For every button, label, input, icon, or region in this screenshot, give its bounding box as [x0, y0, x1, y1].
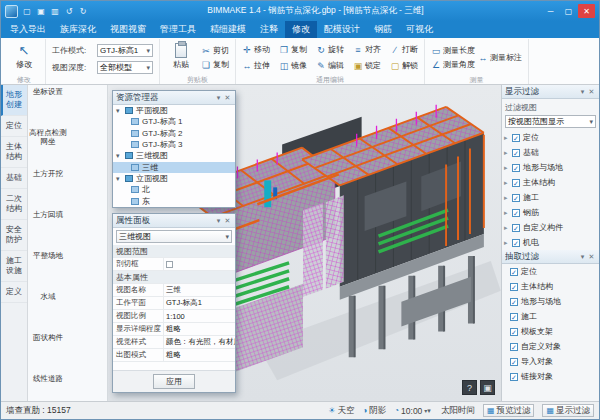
section-box-checkbox[interactable]	[166, 261, 173, 268]
viewport-3d[interactable]: 资源管理器 平面视图 GTJ-标高 1	[108, 85, 501, 401]
expand-icon[interactable]	[504, 239, 512, 247]
view-depth-select[interactable]: 全部模型	[97, 61, 153, 74]
ribbon-tab[interactable]: 配模设计	[317, 21, 367, 38]
extract-filter-item[interactable]: 主体结构	[502, 279, 599, 294]
copy-button[interactable]: 复制	[279, 42, 307, 58]
elevation-point-button[interactable]: 高程点检测网坐	[28, 129, 68, 170]
tree-node[interactable]: 北	[113, 184, 235, 195]
close-icon[interactable]	[587, 88, 596, 96]
checkbox-checked[interactable]	[510, 268, 518, 276]
close-icon[interactable]	[223, 217, 232, 225]
property-row[interactable]: 工作平面 GTJ-标高1	[113, 297, 235, 310]
pin-icon[interactable]	[578, 253, 587, 261]
property-row[interactable]: 视图比例 1:100	[113, 310, 235, 323]
new-file-icon[interactable]	[21, 5, 33, 17]
tree-node[interactable]: 三维视图	[113, 150, 235, 161]
close-button[interactable]: ✕	[578, 4, 595, 18]
expand-icon[interactable]	[504, 134, 512, 142]
coordinate-setting-button[interactable]: 坐标设置	[28, 88, 68, 129]
expand-icon[interactable]	[504, 149, 512, 157]
level-site-button[interactable]: 平整场地	[28, 252, 68, 293]
collapse-icon[interactable]	[116, 107, 124, 115]
property-row[interactable]: 视图名称 三维	[113, 284, 235, 297]
earth-backfill-button[interactable]: 土方回填	[28, 211, 68, 252]
display-filter-item[interactable]: 施工	[502, 190, 599, 205]
view-type-select[interactable]: 三维视图	[116, 230, 232, 243]
checkbox-checked[interactable]	[510, 298, 518, 306]
shadow-toggle[interactable]: ◑ 阴影 ▾	[362, 405, 386, 417]
display-filter-item[interactable]: 定位	[502, 130, 599, 145]
checkbox-checked[interactable]	[510, 328, 518, 336]
unlock-button[interactable]: 解锁	[390, 58, 418, 74]
display-filter-item[interactable]: 机电	[502, 235, 599, 250]
rotate-button[interactable]: 旋转	[316, 42, 344, 58]
close-icon[interactable]	[223, 94, 232, 102]
pin-icon[interactable]	[214, 94, 223, 102]
category-item[interactable]: 安全防护	[1, 220, 27, 251]
extract-filter-item[interactable]: 地形与场地	[502, 294, 599, 309]
break-button[interactable]: 打断	[390, 42, 418, 58]
cut-button[interactable]: 剪切	[201, 45, 229, 56]
property-row[interactable]: 基本属性	[113, 271, 235, 284]
preview-filter-button[interactable]: ▦ 预览过滤 ▾	[483, 404, 535, 417]
tree-node[interactable]: 三维	[113, 162, 235, 173]
expand-icon[interactable]	[504, 224, 512, 232]
checkbox-checked[interactable]	[512, 194, 520, 202]
property-row[interactable]: 显示详细程度 粗略	[113, 323, 235, 336]
extract-filter-item[interactable]: 模板支架	[502, 324, 599, 339]
water-area-button[interactable]: 水域	[28, 293, 68, 334]
ribbon-tab[interactable]: 修改	[285, 21, 317, 38]
align-button[interactable]: 对齐	[353, 42, 381, 58]
checkbox-checked[interactable]	[512, 164, 520, 172]
save-icon[interactable]	[49, 5, 61, 17]
fit-view-button[interactable]: ▣	[480, 380, 495, 395]
pin-icon[interactable]	[214, 217, 223, 225]
collapse-icon[interactable]	[116, 152, 124, 160]
measure-length-button[interactable]: 测量长度	[431, 45, 475, 56]
ribbon-tab[interactable]: 可视化	[399, 21, 440, 38]
close-icon[interactable]	[587, 253, 596, 261]
extract-filter-item[interactable]: 导入对象	[502, 354, 599, 369]
modify-button[interactable]: 修改	[9, 41, 39, 74]
checkbox-checked[interactable]	[512, 179, 520, 187]
expand-icon[interactable]	[504, 179, 512, 187]
checkbox-checked[interactable]	[512, 134, 520, 142]
category-item[interactable]: 基础	[1, 168, 27, 189]
extract-filter-item[interactable]: 定位	[502, 264, 599, 279]
copy-button[interactable]: 复制	[201, 59, 229, 70]
extract-filter-item[interactable]: 施工	[502, 309, 599, 324]
property-row[interactable]: 出图模式 粗略	[113, 349, 235, 362]
category-item[interactable]: 定义	[1, 282, 27, 303]
open-file-icon[interactable]	[35, 5, 47, 17]
tree-node[interactable]: GTJ-标高 1	[113, 116, 235, 127]
sky-toggle[interactable]: ☀ 天空 ▾	[328, 405, 354, 417]
display-filter-item[interactable]: 基础	[502, 145, 599, 160]
ribbon-tab[interactable]: 视图视窗	[103, 21, 153, 38]
ribbon-tab[interactable]: 导入导出	[3, 21, 53, 38]
undo-icon[interactable]	[63, 5, 75, 17]
checkbox-checked[interactable]	[510, 358, 518, 366]
tree-node[interactable]: GTJ-标高 3	[113, 139, 235, 150]
category-item[interactable]: 二次结构	[1, 189, 27, 220]
ribbon-tab[interactable]: 管理工具	[153, 21, 203, 38]
sun-time-select[interactable]: ◔ 10:00 ▾	[394, 406, 431, 416]
display-filter-item[interactable]: 钢筋	[502, 205, 599, 220]
checkbox-checked[interactable]	[510, 283, 518, 291]
ribbon-tab[interactable]: 族库深化	[53, 21, 103, 38]
extract-filter-item[interactable]: 自定义对象	[502, 339, 599, 354]
property-row[interactable]: 剖切框	[113, 258, 235, 271]
checkbox-checked[interactable]	[512, 209, 520, 217]
expand-icon[interactable]	[504, 209, 512, 217]
maximize-button[interactable]: ▢	[560, 4, 577, 18]
ribbon-tab[interactable]: 精细建模	[203, 21, 253, 38]
help-button[interactable]: ?	[462, 380, 477, 395]
edit-button[interactable]: 编辑	[316, 58, 344, 74]
sun-time-label[interactable]: 太阳时间 ▾	[439, 405, 475, 417]
category-item[interactable]: 定位	[1, 116, 27, 137]
move-button[interactable]: 移动	[242, 42, 270, 58]
redo-icon[interactable]	[77, 5, 89, 17]
tree-node[interactable]: 立面视图	[113, 173, 235, 184]
tree-node[interactable]: 东	[113, 196, 235, 207]
checkbox-checked[interactable]	[512, 224, 520, 232]
filter-view-select[interactable]: 按视图范围显示	[505, 115, 596, 128]
